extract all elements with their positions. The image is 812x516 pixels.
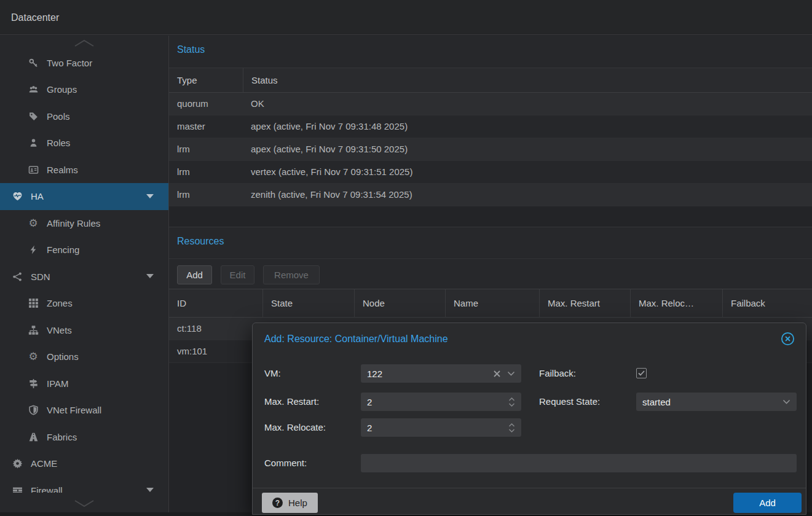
comment-input[interactable] [361,454,797,472]
status-section-header: Status [169,36,812,68]
sidebar-item-vnet-firewall[interactable]: VNet Firewall [0,397,168,424]
vm-combobox[interactable]: 122 [361,364,521,383]
icon-wrap [10,191,25,201]
cell-type: lrm [177,184,241,206]
resources-col-id[interactable]: ID [169,289,262,317]
cell-status: apex (active, Fri Nov 7 09:31:48 2025) [251,115,804,138]
cell-type: master [177,115,241,138]
sidebar-item-fencing[interactable]: Fencing [0,237,168,264]
sidebar-scroll-up[interactable] [0,39,168,47]
sidebar-item-label: Options [47,351,79,362]
resources-col-name[interactable]: Name [445,289,539,317]
status-col-type[interactable]: Type [169,68,243,92]
icon-wrap: ⚙ [26,351,41,362]
sidebar-item-label: SDN [31,272,50,282]
sidebar-item-acme[interactable]: ACME [0,450,168,477]
cell-status: apex (active, Fri Nov 7 09:31:50 2025) [251,138,804,160]
dialog-title: Add: Resource: Container/Virtual Machine [264,323,448,355]
sidebar-item-realms[interactable]: Realms [0,156,168,183]
comment-label: Comment: [264,454,307,472]
remove-button[interactable]: Remove [263,265,320,284]
spinner-icons[interactable] [508,422,515,434]
request-state-value: started [642,397,776,407]
icon-wrap [26,432,41,442]
user-icon [28,138,39,148]
sidebar-scroll-down[interactable] [0,499,168,508]
sidebar-item-label: Fabrics [47,432,77,442]
cell-id: ct:118 [177,318,262,340]
max-restart-label: Max. Restart: [264,393,319,411]
resources-col-node[interactable]: Node [354,289,445,317]
column-label: State [271,298,293,308]
icon-wrap [26,405,41,415]
resources-col-max-restart[interactable]: Max. Restart [539,289,630,317]
caret-down-icon [146,488,154,493]
signpost-icon [28,378,39,389]
request-state-label: Request State: [539,393,600,411]
max-relocate-label: Max. Relocate: [264,418,326,437]
cell-type: lrm [177,161,241,183]
question-icon: ? [272,498,283,508]
icon-wrap [26,244,41,255]
sidebar-item-options[interactable]: ⚙Options [0,343,168,370]
sidebar-item-label: VNet Firewall [47,405,101,415]
sidebar-item-fabrics[interactable]: Fabrics [0,423,168,450]
icon-wrap [26,84,41,95]
icon-wrap [26,325,41,335]
sidebar-item-vnets[interactable]: VNets [0,316,168,343]
status-row-master[interactable]: masterapex (active, Fri Nov 7 09:31:48 2… [169,115,812,138]
sidebar-item-ha[interactable]: HA [0,183,168,210]
sidebar-item-label: Realms [47,165,78,175]
resources-section-header: Resources [169,227,812,259]
dialog-add-button[interactable]: Add [733,493,802,513]
chevron-down-icon[interactable] [507,371,515,376]
sidebar-item-groups[interactable]: Groups [0,76,168,103]
status-row-lrm[interactable]: lrmzenith (active, Fri Nov 7 09:31:54 20… [169,184,812,206]
sidebar-item-zones[interactable]: Zones [0,290,168,317]
sidebar-item-label: IPAM [47,378,69,389]
resources-col-failback[interactable]: Failback [722,289,812,317]
sidebar-item-sdn[interactable]: SDN [0,263,168,290]
column-label: Max. Restart [548,298,600,308]
check-icon [638,370,645,376]
status-col-status[interactable]: Status [243,68,812,92]
icon-wrap [26,58,41,68]
grid-icon [28,298,39,308]
chevron-down-icon[interactable] [782,399,790,404]
column-label: Name [454,298,478,308]
close-icon[interactable] [781,332,795,346]
add-resource-dialog: Add: Resource: Container/Virtual Machine… [252,322,806,515]
sidebar-item-ipam[interactable]: IPAM [0,370,168,397]
dialog-footer-divider [253,488,806,488]
status-row-quorum[interactable]: quorumOK [169,93,812,115]
sidebar-item-label: Affinity Rules [47,218,100,229]
column-label: Node [363,298,385,308]
sidebar-item-affinity-rules[interactable]: ⚙Affinity Rules [0,209,168,237]
failback-checkbox[interactable] [636,368,647,378]
max-relocate-value: 2 [367,423,502,433]
resources-col-max-reloc-[interactable]: Max. Reloc… [630,289,722,317]
bolt-icon [28,244,39,255]
sidebar-item-pools[interactable]: Pools [0,103,168,130]
help-button[interactable]: ? Help [262,493,318,513]
proxmox-datacenter-screen: Datacenter Two FactorGroupsPoolsRolesRea… [0,0,812,516]
max-restart-spinner[interactable]: 2 [361,393,521,411]
spinner-icons[interactable] [508,396,515,408]
sidebar-item-label: Zones [47,298,73,308]
column-label: Max. Reloc… [639,298,694,308]
sidebar-item-two-factor[interactable]: Two Factor [0,49,168,76]
cell-status: zenith (active, Fri Nov 7 09:31:54 2025) [251,184,804,206]
sidebar-item-label: VNets [47,325,72,335]
edit-button[interactable]: Edit [221,265,254,284]
status-row-lrm[interactable]: lrmapex (active, Fri Nov 7 09:31:50 2025… [169,138,812,161]
request-state-select[interactable]: started [636,393,797,411]
clear-icon[interactable] [493,370,501,378]
add-button[interactable]: Add [177,265,212,284]
chevron-up-icon [73,39,95,47]
sidebar-item-roles[interactable]: Roles [0,130,168,157]
status-row-lrm[interactable]: lrmvertex (active, Fri Nov 7 09:31:51 20… [169,161,812,184]
max-relocate-spinner[interactable]: 2 [361,418,521,437]
heartbeat-icon [12,191,23,201]
resources-section-title: Resources [177,236,224,247]
resources-col-state[interactable]: State [262,289,354,317]
